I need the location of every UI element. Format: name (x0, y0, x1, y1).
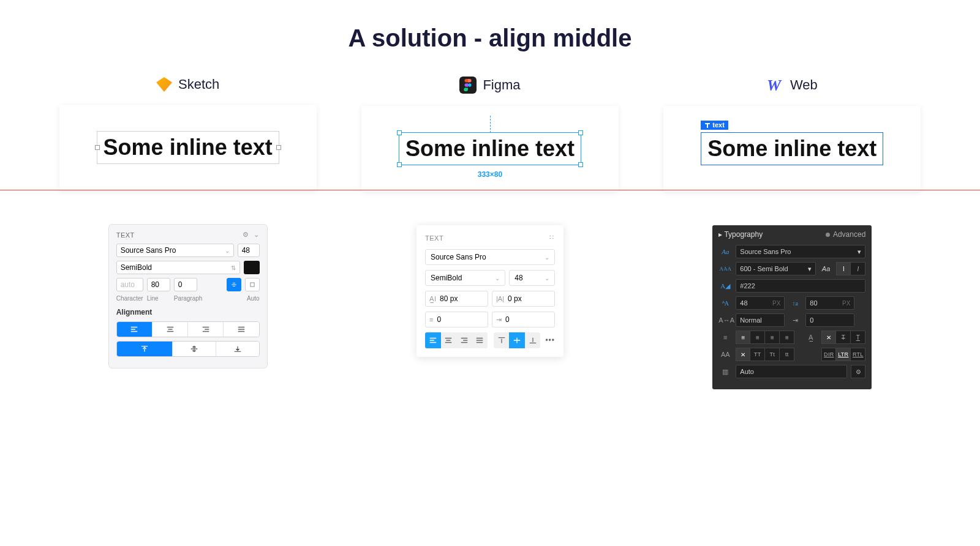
auto-width-toggle[interactable] (227, 278, 241, 291)
decoration-none-button[interactable]: ✕ (821, 331, 836, 344)
horizontal-align-group (425, 332, 488, 348)
style-icon[interactable]: ∷ (549, 234, 555, 242)
gear-icon[interactable]: ⚙ (243, 231, 249, 239)
direction-ltr-button[interactable]: LTR (836, 348, 851, 361)
web-label: Web (790, 77, 818, 93)
paragraph-spacing-value[interactable] (437, 315, 461, 324)
font-size-value: 48 (740, 299, 747, 307)
line-height-input[interactable]: 80 (147, 278, 170, 291)
align-right-button[interactable] (188, 322, 224, 337)
transform-lower-button[interactable]: tt (780, 348, 794, 361)
align-middle-button[interactable] (173, 342, 216, 356)
style-normal-button[interactable]: I (836, 262, 851, 275)
align-left-button[interactable] (425, 332, 441, 348)
page-title: A solution - align middle (0, 24, 980, 52)
font-family-select[interactable]: Source Sans Pro ⌄ (425, 249, 555, 265)
letter-spacing-input[interactable]: |A| (492, 291, 555, 307)
column-sketch: Sketch Some inline text TEXT ⚙ ⌄ Source … (47, 77, 329, 389)
line-height-input[interactable]: 80 PX (805, 296, 854, 310)
resize-handle-left[interactable] (95, 145, 100, 150)
columns-input[interactable]: Auto (736, 365, 847, 378)
text-transform-group: ✕ TT Tt tt (736, 348, 794, 361)
align-bottom-button[interactable] (525, 332, 541, 348)
font-weight-value: SemiBold (121, 263, 152, 272)
resize-handle-right[interactable] (276, 145, 281, 150)
character-spacing-input[interactable]: auto (116, 278, 143, 291)
align-left-button[interactable] (117, 322, 153, 337)
sample-text: Some inline text (707, 136, 876, 161)
font-family-select[interactable]: Source Sans Pro ⌄ (116, 244, 234, 257)
color-input[interactable]: #222 (736, 279, 865, 293)
color-icon: A◢ (718, 282, 732, 290)
line-height-input[interactable]: A̲I (425, 291, 488, 307)
resize-handle-tr[interactable] (578, 130, 583, 135)
sample-text: Some inline text (104, 135, 273, 160)
web-textbox[interactable]: text Some inline text (701, 132, 883, 165)
sketch-canvas: Some inline text (59, 105, 317, 190)
text-indent-input[interactable]: 0 (805, 313, 854, 327)
color-value: #222 (740, 282, 755, 290)
decoration-strike-button[interactable]: T (836, 331, 851, 344)
decoration-icon: A̲ (804, 334, 818, 342)
advanced-toggle[interactable]: Advanced (826, 230, 865, 239)
fixed-size-toggle[interactable] (245, 278, 260, 291)
resize-handle-tl[interactable] (397, 130, 402, 135)
font-size-input[interactable]: 48 ⌄ (509, 270, 555, 286)
paragraph-label: Paragraph (174, 295, 207, 302)
transform-capitalize-button[interactable]: Tt (765, 348, 780, 361)
columns-value: Auto (740, 368, 754, 375)
font-weight-select[interactable]: SemiBold ⇅ (116, 261, 240, 274)
sketch-textbox[interactable]: Some inline text (97, 131, 279, 164)
font-weight-select[interactable]: 600 - Semi Bold ▾ (736, 262, 816, 275)
column-settings-button[interactable]: ⚙ (851, 365, 865, 378)
line-height-value[interactable] (440, 294, 464, 303)
vertical-align-group (494, 332, 541, 348)
transform-none-button[interactable]: ✕ (736, 348, 750, 361)
align-bottom-button[interactable] (216, 342, 259, 356)
letter-spacing-value[interactable] (508, 294, 532, 303)
chevron-down-icon[interactable]: ⌄ (254, 231, 260, 239)
paragraph-indent-value[interactable] (505, 315, 530, 324)
web-typography-panel: ▸ Typography Advanced Aa Source Sans Pro… (712, 225, 872, 389)
align-middle-button[interactable] (509, 332, 525, 348)
align-right-button[interactable] (456, 332, 472, 348)
stepper-icon: ⇅ (231, 264, 236, 271)
align-justify-button[interactable] (224, 322, 258, 337)
align-top-button[interactable] (117, 342, 173, 356)
align-center-button[interactable] (441, 332, 457, 348)
columns: Sketch Some inline text TEXT ⚙ ⌄ Source … (0, 77, 980, 389)
font-family-select[interactable]: Source Sans Pro ▾ (736, 245, 865, 258)
align-center-button[interactable]: ≡ (750, 331, 765, 344)
indent-icon: ⇥ (788, 316, 802, 324)
paragraph-indent-input[interactable]: ⇥ (492, 312, 555, 327)
font-size-input[interactable]: 48 (238, 244, 260, 257)
figma-textbox[interactable]: Some inline text 333×80 (399, 132, 581, 165)
style-italic-button[interactable]: I (851, 262, 865, 275)
align-justify-button[interactable]: ≡ (780, 331, 794, 344)
align-justify-button[interactable] (472, 332, 488, 348)
direction-auto-button[interactable]: DIR (821, 348, 836, 361)
auto-width-icon (231, 280, 237, 289)
line-label: Line (147, 295, 170, 302)
align-center-button[interactable] (153, 322, 188, 337)
web-header: W Web (767, 77, 818, 94)
color-swatch[interactable] (244, 261, 260, 274)
baseline-redline (0, 190, 980, 190)
font-family-value: Source Sans Pro (121, 246, 176, 255)
decoration-underline-button[interactable]: T (851, 331, 865, 344)
resize-handle-bl[interactable] (397, 162, 402, 167)
more-options-button[interactable]: ••• (545, 336, 555, 345)
transform-upper-button[interactable]: TT (750, 348, 765, 361)
element-tag-label: text (712, 122, 725, 129)
letter-spacing-input[interactable]: Normal (736, 313, 785, 327)
direction-rtl-button[interactable]: RTL (851, 348, 865, 361)
align-right-button[interactable]: ≡ (765, 331, 780, 344)
paragraph-spacing-input[interactable]: ≡ (425, 312, 488, 327)
align-left-button[interactable]: ≡ (736, 331, 750, 344)
font-size-input[interactable]: 48 PX (736, 296, 785, 310)
paragraph-spacing-input[interactable]: 0 (174, 278, 197, 291)
resize-handle-br[interactable] (578, 162, 583, 167)
align-top-button[interactable] (494, 332, 510, 348)
italic-preview-icon: Aa (822, 265, 830, 272)
font-weight-select[interactable]: SemiBold ⌄ (425, 270, 505, 286)
